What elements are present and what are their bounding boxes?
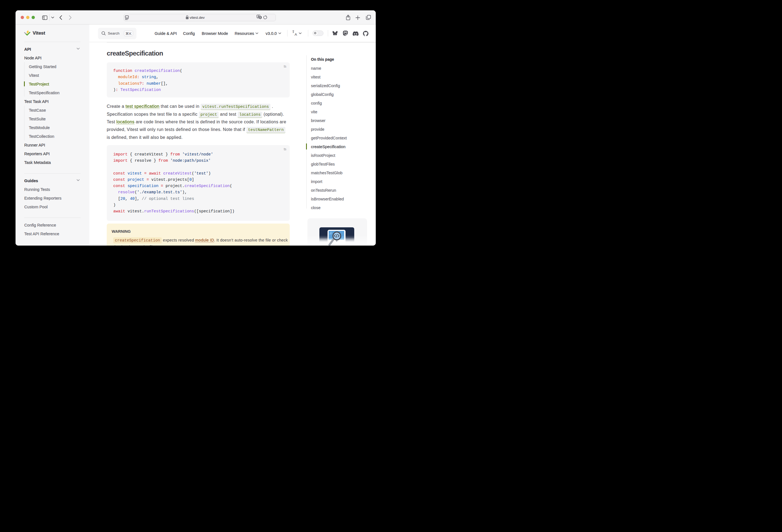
svg-text:A: A bbox=[294, 32, 297, 36]
